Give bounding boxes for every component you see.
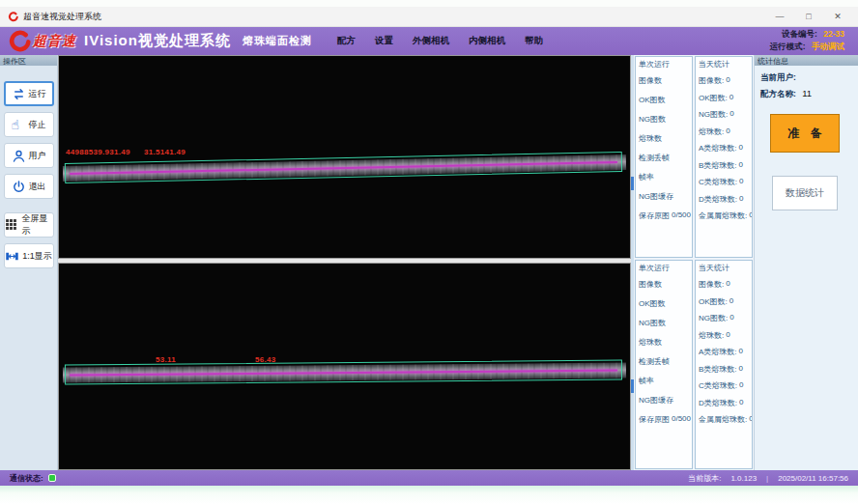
stat-label: D类熔珠数: — [699, 194, 737, 205]
stat-label: C类熔珠数: — [699, 177, 737, 187]
device-number-label: 设备编号: — [782, 29, 817, 39]
stat-label: 金属屑熔珠数: — [699, 210, 747, 221]
stat-value: 0 — [729, 109, 733, 120]
stat-label: D类熔珠数: — [699, 398, 737, 408]
stat-row: D类熔珠数:0 — [699, 194, 749, 205]
window-controls: — □ ✕ — [767, 9, 850, 25]
menu-inner-camera[interactable]: 内侧相机 — [469, 35, 505, 47]
stat-row: OK图数:0 — [699, 93, 749, 103]
stat-value: 0/500 — [672, 210, 691, 221]
minimize-button[interactable]: — — [767, 9, 792, 25]
run-mode-row: 运行模式: 手动调试 — [770, 42, 844, 53]
exit-button[interactable]: 退出 — [4, 174, 54, 199]
stat-value: 0 — [726, 279, 729, 290]
stat-row: 检测丢帧 — [639, 153, 689, 163]
one-to-one-button[interactable]: 1:1显示 — [4, 243, 54, 268]
user-button[interactable]: 用户 — [4, 143, 54, 168]
window-title: 超音速视觉处理系统 — [23, 11, 101, 23]
stat-label: 金属屑熔珠数: — [699, 414, 747, 425]
fullscreen-grid-icon — [5, 218, 19, 233]
stat-label: B类熔珠数: — [699, 364, 737, 375]
maximize-button[interactable]: □ — [796, 9, 821, 25]
comm-status-label: 通信状态: — [10, 473, 43, 484]
brand-name: 超音速 — [33, 33, 76, 50]
menu-settings[interactable]: 设置 — [375, 35, 393, 47]
splitter-handle[interactable] — [631, 379, 634, 393]
stat-row: NG图缓存 — [639, 395, 689, 406]
app-header: 超音速 IVision视觉处理系统 熔珠端面检测 配方 设置 外侧相机 内侧相机… — [0, 27, 858, 55]
stats-section-bottom: 单次运行 图像数 OK图数 NG图数 熔珠数 检测丢帧 帧率 NG图缓存 保存原… — [634, 259, 754, 470]
single-run-title: 单次运行 — [639, 263, 689, 273]
stat-row: 金属屑熔珠数:0 — [699, 414, 749, 425]
current-user-row: 当前用户: — [760, 71, 852, 84]
stat-row: 图像数 — [639, 279, 689, 290]
app-title: IVision视觉处理系统 — [84, 32, 231, 50]
main-area: 操作区 运行 ☝ 停止 用户 — [0, 55, 858, 470]
stat-row: NG图数 — [639, 318, 689, 328]
stat-row: OK图数 — [639, 95, 689, 105]
current-user-label: 当前用户: — [760, 72, 796, 82]
run-mode-value: 手动调试 — [812, 42, 844, 51]
brand-swoosh-icon — [8, 30, 31, 53]
weld-seam-strip — [62, 357, 627, 387]
camera-image-top[interactable]: 44988539.931.49 31.5141.49 — [58, 55, 631, 259]
version-label: 当前版本: — [688, 473, 721, 484]
menu-recipe[interactable]: 配方 — [337, 35, 356, 47]
stat-value: 0 — [739, 398, 743, 408]
stat-label: 熔珠数 — [639, 337, 662, 348]
stat-row: C类熔珠数:0 — [699, 380, 749, 391]
info-panel: 统计信息 当前用户: 配方名称: 11 准 备 数据统计 — [754, 55, 858, 470]
measurement-annotation: 31.5141.49 — [144, 148, 186, 156]
stat-label: OK图数 — [639, 298, 666, 309]
menu-outer-camera[interactable]: 外侧相机 — [413, 35, 449, 47]
one-to-one-icon — [5, 249, 19, 264]
stat-label: 图像数: — [699, 279, 724, 290]
stat-row: D类熔珠数:0 — [699, 398, 749, 408]
daily-stats-title: 当天统计 — [699, 59, 749, 70]
daily-stats-groupbox: 当天统计 图像数:0 OK图数:0 NG图数:0 熔珠数:0 A类熔珠数:0 B… — [695, 56, 753, 258]
splitter-handle[interactable] — [631, 177, 634, 190]
stat-row: B类熔珠数:0 — [699, 364, 749, 375]
exit-label: 退出 — [29, 181, 46, 193]
stat-row: 熔珠数:0 — [699, 330, 749, 341]
stat-row: OK图数:0 — [699, 296, 749, 307]
status-bar: 通信状态: 当前版本: 1.0.123 | 2025/02/11 16:57:5… — [0, 470, 858, 486]
recipe-name-label: 配方名称: — [760, 89, 796, 98]
stat-label: 熔珠数: — [699, 126, 724, 137]
run-mode-label: 运行模式: — [770, 42, 806, 51]
run-cycle-icon — [12, 87, 26, 101]
camera-viewports: 44988539.931.49 31.5141.49 53.11 56.43 — [58, 55, 631, 470]
stat-row: 熔珠数 — [639, 337, 689, 348]
panel-splitter — [631, 55, 634, 470]
stat-label: OK图数: — [699, 296, 728, 307]
app-logo-icon — [8, 12, 18, 22]
stat-value: 0 — [726, 75, 729, 86]
close-button[interactable]: ✕ — [825, 9, 850, 25]
fullscreen-button[interactable]: 全屏显示 — [4, 212, 54, 238]
stat-value: 0 — [749, 414, 753, 425]
stat-label: B类熔珠数: — [699, 160, 737, 171]
run-button[interactable]: 运行 — [4, 81, 54, 106]
stat-label: 保存原图 — [639, 414, 670, 425]
menu-help[interactable]: 帮助 — [525, 35, 543, 47]
stat-value: 0 — [739, 177, 743, 187]
stat-label: 检测丢帧 — [639, 356, 670, 367]
stat-label: A类熔珠数: — [699, 347, 737, 357]
one-to-one-label: 1:1显示 — [22, 250, 52, 263]
brand-logo: 超音速 — [8, 30, 76, 53]
stat-row: 熔珠数:0 — [699, 126, 749, 137]
status-separator: | — [766, 474, 768, 483]
camera-image-bottom[interactable]: 53.11 56.43 — [58, 263, 631, 470]
stat-label: 帧率 — [639, 376, 654, 386]
stat-label: 图像数 — [639, 279, 662, 290]
stat-label: 图像数: — [699, 75, 724, 86]
recipe-name-row: 配方名称: 11 — [760, 88, 852, 100]
stats-section-top: 单次运行 图像数 OK图数 NG图数 熔珠数 检测丢帧 帧率 NG图缓存 保存原… — [634, 55, 754, 259]
data-statistics-button[interactable]: 数据统计 — [772, 176, 838, 210]
stat-value: 0/500 — [672, 414, 691, 425]
desktop-background — [0, 486, 858, 504]
prepare-button[interactable]: 准 备 — [770, 114, 840, 153]
device-number-value: 22-33 — [823, 29, 844, 39]
stat-value: 0 — [739, 194, 743, 205]
stop-button[interactable]: ☝ 停止 — [4, 112, 54, 137]
